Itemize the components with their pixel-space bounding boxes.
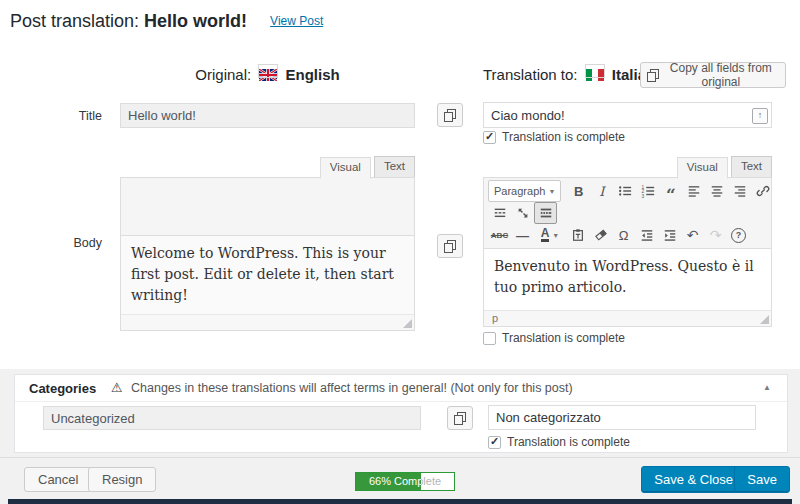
page-title-prefix: Post translation: <box>10 11 139 31</box>
categories-complete-row[interactable]: Translation is complete <box>488 435 630 449</box>
title-complete-checkbox[interactable] <box>483 131 496 144</box>
title-copy-field-button[interactable] <box>437 103 463 127</box>
align-center-icon[interactable] <box>705 180 728 202</box>
original-column-heading: Original: English <box>120 64 415 86</box>
cancel-button[interactable]: Cancel <box>24 467 92 492</box>
categories-complete-label: Translation is complete <box>507 435 630 449</box>
body-complete-label: Translation is complete <box>502 331 625 345</box>
italy-flag-icon <box>586 65 604 77</box>
align-right-icon[interactable] <box>728 180 751 202</box>
svg-text:3: 3 <box>641 194 644 198</box>
translation-editor-statusbar: p <box>484 310 771 326</box>
title-complete-label: Translation is complete <box>502 130 625 144</box>
body-translation-content[interactable]: Benvenuto in WordPress. Questo è il tuo … <box>484 249 771 310</box>
resize-handle-icon[interactable] <box>403 319 412 328</box>
progress-fill: 66% Complete <box>356 473 421 490</box>
special-character-icon[interactable]: Ω <box>612 224 635 246</box>
translation-editor-tabs: Visual Text <box>483 157 772 178</box>
categories-header: Categories ⚠ Changes in these translatio… <box>15 375 787 402</box>
progress-bar: 66% Complete 66% Complete <box>355 472 455 491</box>
chevron-down-icon: ▼ <box>548 188 555 195</box>
original-editor-tabs: Visual Text <box>120 157 415 178</box>
chevron-down-icon: ▼ <box>552 232 559 239</box>
progress-label: 66% Complete <box>356 473 421 490</box>
title-complete-row[interactable]: Translation is complete <box>483 130 625 144</box>
fullscreen-icon[interactable] <box>511 202 534 224</box>
copy-icon <box>444 109 456 121</box>
save-and-close-button[interactable]: Save & Close <box>641 466 746 493</box>
categories-warning-text: Changes in these translations will affec… <box>131 381 573 395</box>
italic-icon[interactable]: I <box>590 180 613 202</box>
original-language: English <box>286 66 340 83</box>
indent-icon[interactable] <box>658 224 681 246</box>
copy-icon <box>444 240 456 252</box>
body-translation-editor: Paragraph ▼ B I 123 “ ABC — A▼ Ω <box>483 177 772 327</box>
categories-title: Categories <box>29 381 96 396</box>
bullet-list-icon[interactable] <box>613 180 636 202</box>
translation-to-label: Translation to: <box>483 66 578 83</box>
body-original-content: Welcome to WordPress. This is your first… <box>121 236 414 314</box>
read-more-tag-icon[interactable] <box>488 202 511 224</box>
body-field-label: Body <box>36 236 102 250</box>
collapse-toggle-icon[interactable]: ▲ <box>763 383 771 392</box>
categories-translation-input[interactable] <box>488 405 756 430</box>
translation-column-heading: Translation to: Italian <box>483 64 655 86</box>
tab-text[interactable]: Text <box>731 156 772 178</box>
toolbar-toggle-icon[interactable] <box>534 202 557 224</box>
body-complete-checkbox[interactable] <box>483 332 496 345</box>
input-extension-icon[interactable]: ↑ <box>752 108 768 124</box>
undo-icon[interactable]: ↶ <box>681 224 704 246</box>
categories-original-input <box>43 406 421 430</box>
translation-editor-toolbar: Paragraph ▼ B I 123 “ ABC — A▼ Ω <box>484 178 771 249</box>
text-color-icon[interactable]: A▼ <box>534 224 566 246</box>
original-label: Original: <box>195 66 251 83</box>
title-original-input <box>120 103 415 128</box>
copy-all-fields-label: Copy all fields from original <box>663 61 779 89</box>
original-editor-statusbar <box>121 314 414 330</box>
categories-complete-checkbox[interactable] <box>488 436 501 449</box>
resize-handle-icon[interactable] <box>760 315 769 324</box>
editor-element-path: p <box>492 312 498 324</box>
save-button[interactable]: Save <box>734 466 790 493</box>
title-field-label: Title <box>36 109 102 123</box>
copy-icon <box>647 69 657 81</box>
body-copy-field-button[interactable] <box>437 234 463 258</box>
tab-text[interactable]: Text <box>374 156 415 178</box>
resign-button[interactable]: Resign <box>88 467 156 492</box>
numbered-list-icon[interactable]: 123 <box>636 180 659 202</box>
warning-icon: ⚠ <box>111 380 123 395</box>
uk-flag-icon <box>259 65 277 77</box>
copy-all-fields-button[interactable]: Copy all fields from original <box>640 62 786 88</box>
paste-as-text-icon[interactable] <box>566 224 589 246</box>
post-title: Hello world! <box>144 11 247 31</box>
admin-bar-strip <box>8 499 792 504</box>
clear-formatting-icon[interactable] <box>589 224 612 246</box>
original-editor-toolbar <box>121 178 414 236</box>
redo-icon[interactable]: ↷ <box>704 224 727 246</box>
bold-icon[interactable]: B <box>567 180 590 202</box>
view-post-link[interactable]: View Post <box>270 14 323 28</box>
copy-icon <box>454 412 466 424</box>
body-original-editor: Welcome to WordPress. This is your first… <box>120 177 415 331</box>
outdent-icon[interactable] <box>635 224 658 246</box>
strikethrough-icon[interactable]: ABC <box>488 224 511 246</box>
tab-visual[interactable]: Visual <box>677 157 728 179</box>
categories-copy-field-button[interactable] <box>447 406 473 430</box>
page-title: Post translation: Hello world! View Post <box>10 8 323 34</box>
link-icon[interactable] <box>751 180 774 202</box>
help-icon[interactable]: ? <box>727 224 750 246</box>
tab-visual[interactable]: Visual <box>320 157 371 179</box>
paragraph-dropdown[interactable]: Paragraph ▼ <box>488 180 561 202</box>
align-left-icon[interactable] <box>682 180 705 202</box>
horizontal-rule-icon[interactable]: — <box>511 224 534 246</box>
title-translation-input[interactable] <box>483 102 772 128</box>
blockquote-icon[interactable]: “ <box>659 177 682 206</box>
body-complete-row[interactable]: Translation is complete <box>483 331 625 345</box>
categories-metabox: Categories ⚠ Changes in these translatio… <box>14 374 788 453</box>
